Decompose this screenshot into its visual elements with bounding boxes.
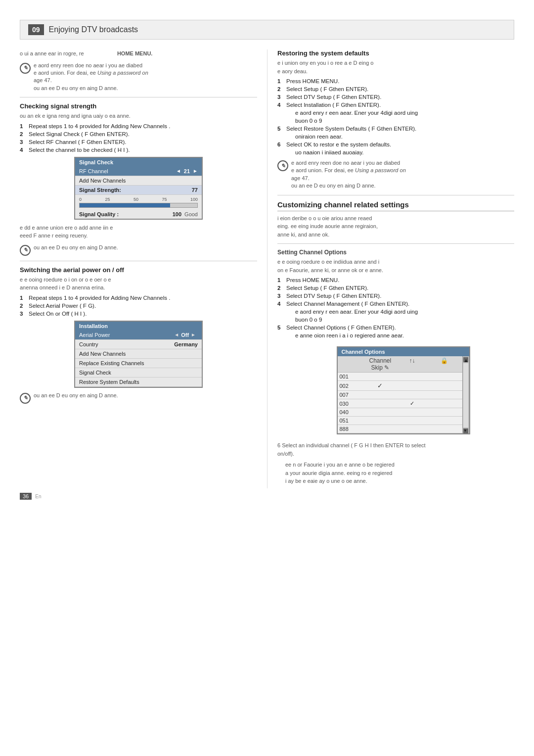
- rf-nav-left[interactable]: ◄: [176, 168, 181, 174]
- rf-nav-right[interactable]: ►: [193, 168, 198, 174]
- channel-options-ui: Channel Options Channel Skip ✎ ↑↓ 🔒 001: [337, 346, 470, 434]
- signal-bar-fill: [80, 203, 170, 207]
- aerial-desc: e e ooing roedure o i on or o e oer o e …: [20, 276, 257, 292]
- signal-check-row[interactable]: Signal Check: [75, 368, 202, 378]
- note4-line2: e aord union. For deai, ee: [291, 167, 354, 173]
- divider-2: [20, 261, 257, 261]
- ch-step-4c: buon 0 o 9: [286, 317, 514, 323]
- chapter-number: 09: [28, 24, 44, 35]
- note-icon-3: ✎: [20, 393, 31, 404]
- note-icon-4: ✎: [277, 160, 288, 171]
- note-content-3: ou an ee D eu ony en aing D anne.: [34, 392, 118, 399]
- home-menu-ref: HOME MENU.: [117, 50, 153, 56]
- note3-text: ou an ee D eu ony en aing D anne.: [34, 392, 118, 398]
- ch-num-002: 002: [340, 383, 364, 389]
- signal-bar-labels: 0 25 50 75 100: [79, 197, 198, 202]
- ch-row-888[interactable]: 888: [338, 425, 462, 433]
- checking-signal-steps: 1Repeat steps 1 to 4 provided for Adding…: [20, 123, 257, 153]
- note-box-2: ✎ ou an ee D eu ony en aing D anne.: [20, 244, 257, 256]
- ch-num-051: 051: [340, 418, 364, 424]
- left-column: o ui a anne ear in rogre, re HOME MENU. …: [20, 49, 267, 488]
- restore-step-5b: oniraion reen aear.: [286, 134, 514, 140]
- step-1: 1Repeat steps 1 to 4 provided for Adding…: [20, 123, 257, 129]
- rf-channel-row[interactable]: RF Channel ◄ 21 ►: [75, 167, 202, 176]
- note-box-3: ✎ ou an ee D eu ony en aing D anne.: [20, 392, 257, 404]
- aerial-step-1: 1Repeat steps 1 to 4 provided for Adding…: [20, 295, 257, 301]
- ch-row-040[interactable]: 040: [338, 408, 462, 417]
- quality-label: Signal Quality :: [79, 211, 173, 217]
- chapter-title: Enjoying DTV broadcasts: [49, 25, 138, 34]
- ch-num-040: 040: [340, 409, 364, 415]
- note-content-4: e aord enry reen doe no aear i you ae di…: [291, 159, 406, 190]
- signal-strength-row: Signal Strength: 77: [75, 186, 202, 195]
- channel-after-desc: ee n or Faourie i you an e anne o be reg…: [285, 461, 514, 485]
- aerial-power-nav-left[interactable]: ◄: [174, 332, 179, 337]
- signal-quality-row: Signal Quality : 100 Good: [75, 210, 202, 219]
- channel-options-header: Channel Options: [338, 347, 469, 356]
- ch-row-002[interactable]: 002 ✓: [338, 381, 462, 391]
- note-box-4: ✎ e aord enry reen doe no aear i you ae …: [277, 159, 514, 190]
- page-num-badge: 36: [20, 493, 32, 500]
- ch-row-030[interactable]: 030 ✓: [338, 399, 462, 408]
- country-row[interactable]: Country Germany: [75, 340, 202, 349]
- ch-skip-002: ✓: [364, 382, 397, 389]
- scrollbar-down[interactable]: ▼: [463, 428, 468, 433]
- aerial-title: Switching the aerial power on / off: [20, 266, 257, 274]
- aerial-power-value: Off: [181, 332, 189, 338]
- installation-header: Installation: [75, 322, 202, 331]
- add-channels-label: Add New Channels: [79, 351, 198, 357]
- channel-scrollbar[interactable]: ▲ ▼: [462, 356, 469, 433]
- ch-col-fav: ↑↓: [396, 357, 428, 371]
- note-box-1: ✎ e aord enry reen doe no aear i you ae …: [20, 62, 257, 93]
- installation-ui: Installation Aerial Power ◄ Off ► Countr…: [74, 321, 203, 388]
- step-2: 2Select Signal Check ( F Gthen ENTER).: [20, 131, 257, 137]
- ch-step-2: 2Select Setup ( F Gthen ENTER).: [277, 285, 514, 291]
- channel-options-content: Channel Skip ✎ ↑↓ 🔒 001 002: [338, 356, 469, 433]
- channel-col-headers: Channel Skip ✎ ↑↓ 🔒: [338, 356, 462, 373]
- note-content-2: ou an ee D eu ony en aing D anne.: [34, 244, 118, 251]
- aerial-power-nav-right[interactable]: ►: [191, 332, 196, 337]
- checking-signal-title: Checking signal strength: [20, 102, 257, 110]
- signal-check-ui: Signal Check RF Channel ◄ 21 ► Add New C…: [74, 157, 203, 220]
- aerial-power-row[interactable]: Aerial Power ◄ Off ►: [75, 331, 202, 340]
- country-value: Germany: [174, 341, 198, 347]
- step-4: 4Select the channel to be checked ( H I …: [20, 147, 257, 153]
- signal-bar-track: [79, 203, 198, 208]
- ch-row-007[interactable]: 007: [338, 391, 462, 399]
- checking-signal-desc: ou an ek e igna reng and igna uaiy o ea …: [20, 112, 257, 120]
- restore-step-6: 6Select OK to restor e the system defaul…: [277, 142, 514, 147]
- ch-col-num: [340, 357, 364, 371]
- rf-channel-label: RF Channel: [79, 168, 176, 174]
- scrollbar-track: [463, 363, 468, 427]
- note4-italic: Using a password on: [355, 167, 406, 173]
- ch-num-007: 007: [340, 392, 364, 398]
- signal-check-label: Signal Check: [79, 370, 198, 376]
- ch-row-051[interactable]: 051: [338, 417, 462, 425]
- divider-1: [20, 97, 257, 97]
- replace-channels-row[interactable]: Replace Existing Channels: [75, 359, 202, 368]
- ch-step-4b: e aord enry r een aear. Ener your 4digi …: [286, 309, 514, 315]
- customizing-desc: i eion deribe o o u oie ariou anne reaed…: [277, 214, 514, 239]
- restore-step-2: 2Select Setup ( F Gthen ENTER).: [277, 86, 514, 92]
- restore-defaults-row[interactable]: Restore System Defaults: [75, 378, 202, 387]
- add-new-channels-row[interactable]: Add New Channels: [75, 176, 202, 186]
- note2-text: ou an ee D eu ony en aing D anne.: [34, 244, 118, 250]
- ch-num-001: 001: [340, 374, 364, 379]
- signal-bar: 0 25 50 75 100: [75, 195, 202, 210]
- step-3: 3Select RF Channel ( F Gthen ENTER).: [20, 139, 257, 145]
- restore-step-5: 5Select Restore System Defaults ( F Gthe…: [277, 126, 514, 132]
- restoring-steps: 1Press HOME MENU. 2Select Setup ( F Gthe…: [277, 78, 514, 155]
- ch-row-001[interactable]: 001: [338, 373, 462, 381]
- ch-step-5: 5Select Channel Options ( F Gthen ENTER)…: [277, 325, 514, 331]
- note-icon-2: ✎: [20, 245, 31, 256]
- setting-channel-desc: e e ooing roedure o ee indiidua anne and…: [277, 258, 514, 274]
- divider-right-2: [277, 243, 514, 244]
- right-column: Restoring the system defaults e i union …: [267, 49, 514, 488]
- note1-line2: e aord union. For deai, ee: [34, 70, 96, 76]
- restore-step-4: 4Select Installation ( F Gthen ENTER).: [277, 102, 514, 108]
- add-channels-row[interactable]: Add New Channels: [75, 349, 202, 359]
- ch-step-1: 1Press HOME MENU.: [277, 277, 514, 283]
- note1-line3: age 47.: [34, 77, 52, 83]
- note-content-1: e aord enry reen doe no aear i you ae di…: [34, 62, 148, 93]
- scrollbar-up[interactable]: ▲: [463, 357, 468, 362]
